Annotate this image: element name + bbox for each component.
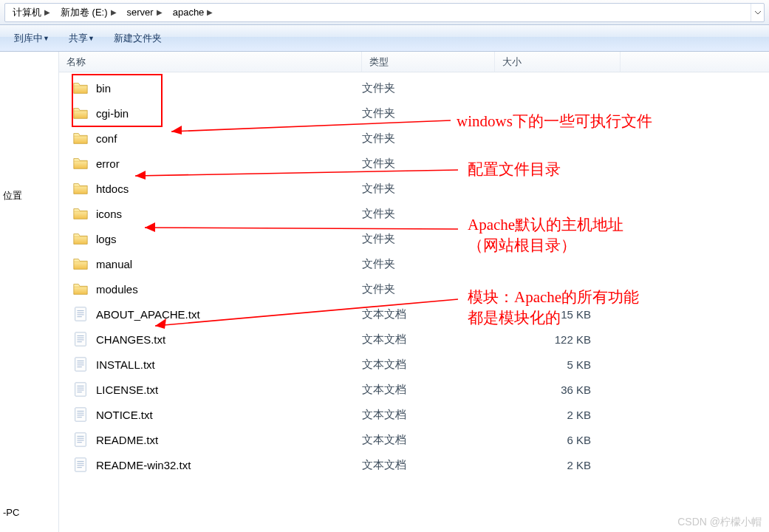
- file-type-cell: 文件夹: [362, 232, 495, 246]
- navigation-pane[interactable]: 位置 -PC: [0, 52, 59, 532]
- file-name-cell: cgi-bin: [59, 105, 362, 121]
- text-file-icon: [72, 432, 89, 448]
- button-label: 到库中: [14, 32, 43, 45]
- breadcrumb-apache[interactable]: apache ▶: [168, 4, 219, 21]
- folder-icon: [72, 130, 89, 146]
- file-row[interactable]: README.txt文本文档6 KB: [59, 427, 769, 452]
- file-name-cell: conf: [59, 130, 362, 146]
- file-name-cell: htdocs: [59, 180, 362, 197]
- column-header-name[interactable]: 名称: [59, 52, 362, 72]
- file-row[interactable]: CHANGES.txt文本文档122 KB: [59, 327, 769, 352]
- file-type-cell: 文件夹: [362, 182, 495, 196]
- file-type-cell: 文本文档: [362, 358, 495, 372]
- file-name-cell: logs: [59, 231, 362, 247]
- file-type-cell: 文件夹: [362, 106, 495, 120]
- file-row[interactable]: error文件夹: [59, 151, 769, 176]
- folder-icon: [72, 155, 89, 171]
- file-row[interactable]: conf文件夹: [59, 126, 769, 151]
- file-name-cell: README-win32.txt: [59, 457, 362, 473]
- file-name: bin: [96, 82, 111, 95]
- button-label: 新建文件夹: [114, 32, 162, 45]
- file-name: CHANGES.txt: [96, 333, 165, 346]
- breadcrumb-server[interactable]: server ▶: [123, 4, 168, 21]
- address-bar: 计算机 ▶ 新加卷 (E:) ▶ server ▶ apache ▶: [0, 0, 769, 25]
- file-row[interactable]: bin文件夹: [59, 75, 769, 100]
- nav-label: 位置: [3, 190, 22, 201]
- file-name-cell: error: [59, 155, 362, 171]
- file-list: 名称 类型 大小 bin文件夹cgi-bin文件夹conf文件夹error文件夹…: [59, 52, 769, 532]
- button-label: 共享: [69, 32, 88, 45]
- column-header-type[interactable]: 类型: [362, 52, 495, 72]
- file-name-cell: manual: [59, 256, 362, 272]
- breadcrumb-drive-e[interactable]: 新加卷 (E:) ▶: [56, 4, 123, 21]
- file-row[interactable]: icons文件夹: [59, 201, 769, 226]
- text-file-icon: [72, 406, 89, 423]
- file-size-cell: 2 KB: [495, 409, 621, 421]
- file-name-cell: modules: [59, 281, 362, 297]
- file-type-cell: 文件夹: [362, 157, 495, 171]
- chevron-right-icon: ▶: [204, 8, 214, 16]
- file-type-cell: 文件夹: [362, 257, 495, 271]
- new-folder-button[interactable]: 新建文件夹: [106, 29, 170, 48]
- watermark: CSDN @柠檬小帽: [677, 516, 762, 529]
- nav-item-pc[interactable]: -PC: [0, 502, 58, 522]
- folder-icon: [72, 180, 89, 197]
- file-type-cell: 文件夹: [362, 132, 495, 146]
- file-type-cell: 文本文档: [362, 458, 495, 472]
- file-size-cell: 6 KB: [495, 434, 621, 446]
- text-file-icon: [72, 331, 89, 347]
- chevron-right-icon: ▶: [41, 8, 52, 16]
- file-row[interactable]: cgi-bin文件夹: [59, 100, 769, 126]
- file-name-cell: icons: [59, 205, 362, 222]
- file-name: htdocs: [96, 183, 129, 195]
- breadcrumb-label: apache: [173, 7, 205, 18]
- breadcrumb-label: 新加卷 (E:): [61, 6, 108, 19]
- file-row[interactable]: htdocs文件夹: [59, 176, 769, 201]
- share-button[interactable]: 共享 ▼: [61, 29, 103, 48]
- column-header-size[interactable]: 大小: [495, 52, 621, 72]
- breadcrumb-label: server: [127, 7, 154, 18]
- breadcrumb-computer[interactable]: 计算机 ▶: [8, 4, 56, 21]
- file-type-cell: 文本文档: [362, 383, 495, 397]
- file-name-cell: bin: [59, 80, 362, 96]
- text-file-icon: [72, 457, 89, 473]
- file-row[interactable]: modules文件夹: [59, 276, 769, 301]
- breadcrumb[interactable]: 计算机 ▶ 新加卷 (E:) ▶ server ▶ apache ▶: [4, 3, 765, 22]
- file-row[interactable]: logs文件夹: [59, 226, 769, 251]
- file-type-cell: 文本文档: [362, 332, 495, 347]
- file-row[interactable]: INSTALL.txt文本文档5 KB: [59, 352, 769, 377]
- file-name: README.txt: [96, 434, 158, 446]
- text-file-icon: [72, 356, 89, 372]
- file-name-cell: ABOUT_APACHE.txt: [59, 306, 362, 322]
- file-row[interactable]: NOTICE.txt文本文档2 KB: [59, 402, 769, 427]
- address-dropdown[interactable]: [751, 4, 764, 21]
- file-row[interactable]: LICENSE.txt文本文档36 KB: [59, 377, 769, 402]
- file-name: manual: [96, 258, 132, 270]
- nav-item-places[interactable]: 位置: [0, 185, 58, 207]
- file-name: modules: [96, 283, 138, 296]
- file-size-cell: 2 KB: [495, 459, 621, 471]
- toolbar: 到库中 ▼ 共享 ▼ 新建文件夹: [0, 25, 769, 52]
- column-label: 名称: [66, 55, 86, 69]
- include-in-library-button[interactable]: 到库中 ▼: [6, 29, 58, 48]
- file-row[interactable]: README-win32.txt文本文档2 KB: [59, 452, 769, 477]
- file-type-cell: 文本文档: [362, 433, 495, 447]
- file-name-cell: INSTALL.txt: [59, 356, 362, 372]
- breadcrumb-label: 计算机: [13, 6, 41, 19]
- file-name-cell: LICENSE.txt: [59, 381, 362, 398]
- text-file-icon: [72, 306, 89, 322]
- folder-icon: [72, 205, 89, 222]
- file-size-cell: 122 KB: [495, 333, 621, 346]
- folder-icon: [72, 281, 89, 297]
- chevron-down-icon: ▼: [43, 35, 49, 42]
- file-type-cell: 文本文档: [362, 307, 495, 321]
- file-size-cell: 5 KB: [495, 358, 621, 371]
- file-name-cell: NOTICE.txt: [59, 406, 362, 423]
- file-type-cell: 文件夹: [362, 207, 495, 221]
- file-name: cgi-bin: [96, 107, 129, 120]
- column-label: 类型: [369, 55, 389, 69]
- folder-icon: [72, 256, 89, 272]
- file-row[interactable]: ABOUT_APACHE.txt文本文档15 KB: [59, 301, 769, 327]
- list-body: bin文件夹cgi-bin文件夹conf文件夹error文件夹htdocs文件夹…: [59, 72, 769, 477]
- file-row[interactable]: manual文件夹: [59, 251, 769, 276]
